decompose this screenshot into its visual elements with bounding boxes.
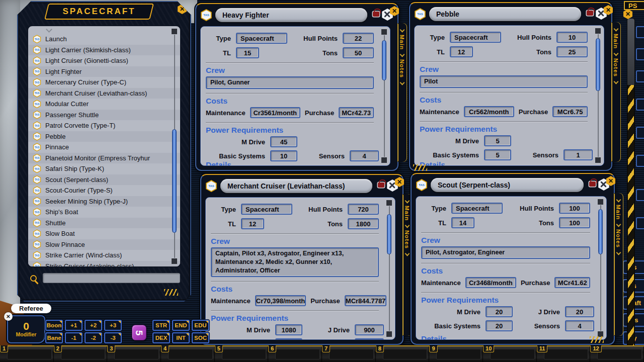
crew-field[interactable]: Pilot [420,75,588,88]
tons-field[interactable]: 100 [559,217,590,228]
modifier-box[interactable]: ✕ 0 Modifier [7,315,45,343]
sensors-field[interactable]: 4 [565,320,594,331]
maintenance-field[interactable]: Cr70,398/month [255,295,306,306]
hotkey-slot[interactable]: 8 [376,346,430,362]
tons-field[interactable]: 1800 [348,218,379,229]
purchase-field[interactable]: MCr41.62 [554,277,590,288]
sensors-field[interactable]: 4 [350,150,379,161]
crew-field[interactable]: Pilot, Gunner [206,76,374,89]
lock-icon[interactable] [589,182,596,187]
hotkey-slot[interactable]: 1 [0,346,54,362]
hull-field[interactable]: 100 [559,203,590,214]
edge-button[interactable] [636,189,644,201]
tl-field[interactable]: 15 [236,47,259,58]
hotkey-slot[interactable]: 12 [590,346,644,362]
purchase-field[interactable]: MCr42.73 [339,107,374,118]
hotkey-slot[interactable]: 6 [268,346,322,362]
list-scrollbar[interactable] [172,29,178,264]
list-item[interactable]: TASPinnace [28,142,180,153]
mdrive-field[interactable]: 20 [486,306,513,317]
search-input[interactable] [43,273,180,283]
crew-field[interactable]: Pilot, Astrogator, Engineer [421,246,590,259]
window-scrollbar[interactable] [381,29,387,163]
edu-button[interactable]: EDU [192,320,209,331]
plus3-button[interactable]: +3 [104,320,122,331]
list-item[interactable]: TASShip's Boat [28,207,180,218]
sensors-field[interactable]: 1 [355,338,384,340]
list-item[interactable]: TASLight Carrier (Skimkish-class) [28,45,180,56]
ps-button[interactable]: PS [624,1,644,10]
purchase-field[interactable]: MCr844.7787 [345,295,387,306]
tab-main[interactable]: Main [613,34,619,49]
tons-field[interactable]: 25 [556,46,588,57]
lock-icon[interactable] [373,12,379,17]
ship-name-field[interactable]: Heavy Fighter [215,8,367,22]
type-field[interactable]: Spacecraft [451,203,503,214]
edge-button[interactable] [636,70,644,82]
minus3-button[interactable]: -3 [104,332,122,343]
mdrive-field[interactable]: 45 [270,136,297,147]
window-scrollbar[interactable] [386,200,392,337]
tab-main[interactable]: Main [399,35,405,50]
lock-icon[interactable] [587,11,593,16]
maintenance-field[interactable]: Cr3468/month [465,277,516,288]
hull-field[interactable]: 22 [343,33,374,44]
scrollbar-thumb[interactable] [382,40,386,80]
window-scrollbar[interactable] [595,28,601,163]
ship-name-field[interactable]: Scout (Serpent-class) [431,178,584,192]
list-item[interactable]: TASMercenary Cruiser (Type-C) [28,77,180,88]
plus2-button[interactable]: +2 [85,320,102,331]
list-item[interactable]: TASScout (Serpent-class) [28,174,180,186]
basic-field[interactable]: 20 [486,320,513,331]
plus1-button[interactable]: +1 [65,320,83,331]
tl-field[interactable]: 14 [451,217,474,228]
bane-button[interactable]: Bane [45,332,63,343]
maintenance-field[interactable]: Cr562/month [464,106,514,117]
hotkey-slot[interactable]: 10 [483,346,537,362]
list-item[interactable]: TASLaunch [28,34,180,45]
minus1-button[interactable]: -1 [65,332,83,343]
minus2-button[interactable]: -2 [85,332,102,343]
ship-name-field[interactable]: Pebble [429,7,581,21]
ship-name-field[interactable]: Merchant Cruiser (Leviathan-class) [220,179,372,193]
list-item[interactable]: TASMerchant Cruiser (Leviathan-class) [28,88,180,99]
mdrive-field[interactable]: 1080 [275,324,302,335]
int-button[interactable]: INT [172,332,190,343]
tab-notes[interactable]: Notes [613,58,619,77]
scrollbar-thumb[interactable] [172,129,177,233]
list-item[interactable]: TASLight Cruiser (Gionetti-class) [28,55,180,66]
basic-field[interactable]: 10 [270,150,297,161]
list-item[interactable]: TASStrike Cruiser (Arakoine-class) [28,261,180,268]
type-field[interactable]: Spacecraft [450,32,501,43]
end-button[interactable]: END [172,320,190,331]
scrollbar-thumb[interactable] [387,214,391,254]
d6-die[interactable]: 5 [132,325,146,340]
mdrive-field[interactable]: 5 [484,135,511,146]
edge-button[interactable] [636,26,644,38]
type-field[interactable]: Spacecraft [241,204,292,215]
type-field[interactable]: Spacecraft [236,33,287,44]
hotkey-slot[interactable]: 7 [322,346,376,362]
tab-main[interactable]: Main [404,206,410,221]
window-scrollbar[interactable] [598,199,604,337]
crew-field[interactable]: Captain, Pilot x3, Astrogator, Engineer … [211,247,379,277]
tab-main[interactable]: Main [615,205,621,220]
basic-field[interactable]: 5 [484,149,511,160]
list-item[interactable]: TASPassenger Shuttle [28,110,180,121]
sensors-field[interactable]: 1 [564,149,593,160]
hotkey-slot[interactable]: 5 [215,346,269,362]
hotkey-slot[interactable]: 2 [54,346,108,362]
hotkey-slot[interactable]: 3 [107,346,161,362]
list-item[interactable]: TASPebble [28,131,180,142]
basic-field[interactable]: 360 [275,338,302,340]
list-item[interactable]: TASLight Fighter [28,66,180,77]
tl-field[interactable]: 12 [450,46,473,57]
jdrive-field[interactable]: 900 [355,324,384,335]
list-item[interactable]: TASStrike Carrier (Wind-class) [28,250,180,261]
hull-field[interactable]: 10 [556,32,588,43]
edge-button[interactable] [636,127,644,139]
dex-button[interactable]: DEX [152,332,170,343]
tons-field[interactable]: 50 [343,47,374,58]
hull-field[interactable]: 720 [348,204,379,215]
list-item[interactable]: TASShuttle [28,218,180,229]
